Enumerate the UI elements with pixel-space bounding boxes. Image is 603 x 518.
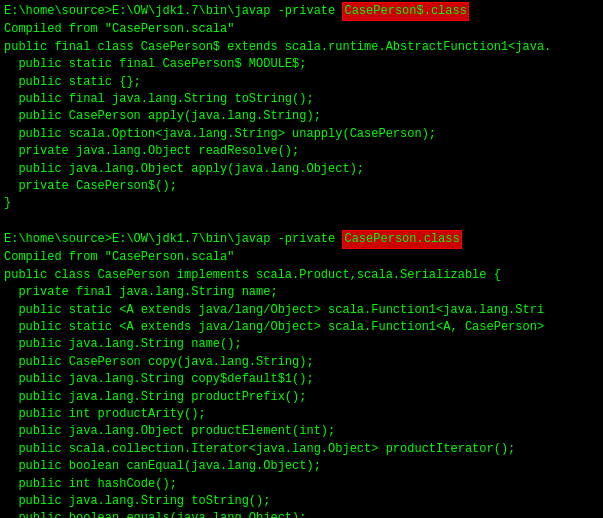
- code-line-2-14: public java.lang.String toString();: [4, 493, 599, 510]
- code-line-2-4: public static <A extends java/lang/Objec…: [4, 319, 599, 336]
- terminal-window: E:\home\source>E:\OW\jdk1.7\bin\javap -p…: [0, 0, 603, 518]
- blank-line: [4, 213, 599, 230]
- code-line-2-3: public static <A extends java/lang/Objec…: [4, 302, 599, 319]
- code-line-1-5: public CasePerson apply(java.lang.String…: [4, 108, 599, 125]
- code-line-2-11: public scala.collection.Iterator<java.la…: [4, 441, 599, 458]
- compiled-label-1: Compiled from "CasePerson.scala": [4, 21, 599, 38]
- code-line-1-1: public final class CasePerson$ extends s…: [4, 39, 599, 56]
- command-line-1: E:\home\source>E:\OW\jdk1.7\bin\javap -p…: [4, 2, 599, 21]
- code-line-2-5: public java.lang.String name();: [4, 336, 599, 353]
- compiled-text-2: Compiled from "CasePerson.scala": [4, 249, 234, 266]
- code-line-2-10: public java.lang.Object productElement(i…: [4, 423, 599, 440]
- class-highlight-1: CasePerson$.class: [342, 2, 468, 21]
- code-line-1-9: private CasePerson$();: [4, 178, 599, 195]
- code-line-2-13: public int hashCode();: [4, 476, 599, 493]
- code-line-1-3: public static {};: [4, 74, 599, 91]
- code-line-1-4: public final java.lang.String toString()…: [4, 91, 599, 108]
- command-prefix-1: E:\home\source>E:\OW\jdk1.7\bin\javap -p…: [4, 3, 342, 20]
- code-line-1-8: public java.lang.Object apply(java.lang.…: [4, 161, 599, 178]
- code-line-2-8: public java.lang.String productPrefix();: [4, 389, 599, 406]
- code-line-1-6: public scala.Option<java.lang.String> un…: [4, 126, 599, 143]
- code-line-2-15: public boolean equals(java.lang.Object);: [4, 510, 599, 518]
- code-line-1-2: public static final CasePerson$ MODULE$;: [4, 56, 599, 73]
- compiled-label-2: Compiled from "CasePerson.scala": [4, 249, 599, 266]
- class-highlight-2: CasePerson.class: [342, 230, 461, 249]
- compiled-text-1: Compiled from "CasePerson.scala": [4, 21, 234, 38]
- code-line-2-1: public class CasePerson implements scala…: [4, 267, 599, 284]
- code-line-2-7: public java.lang.String copy$default$1()…: [4, 371, 599, 388]
- code-line-2-2: private final java.lang.String name;: [4, 284, 599, 301]
- code-line-2-6: public CasePerson copy(java.lang.String)…: [4, 354, 599, 371]
- code-line-1-10: }: [4, 195, 599, 212]
- command-line-2: E:\home\source>E:\OW\jdk1.7\bin\javap -p…: [4, 230, 599, 249]
- command-prefix-2: E:\home\source>E:\OW\jdk1.7\bin\javap -p…: [4, 231, 342, 248]
- code-line-1-7: private java.lang.Object readResolve();: [4, 143, 599, 160]
- code-line-2-9: public int productArity();: [4, 406, 599, 423]
- code-line-2-12: public boolean canEqual(java.lang.Object…: [4, 458, 599, 475]
